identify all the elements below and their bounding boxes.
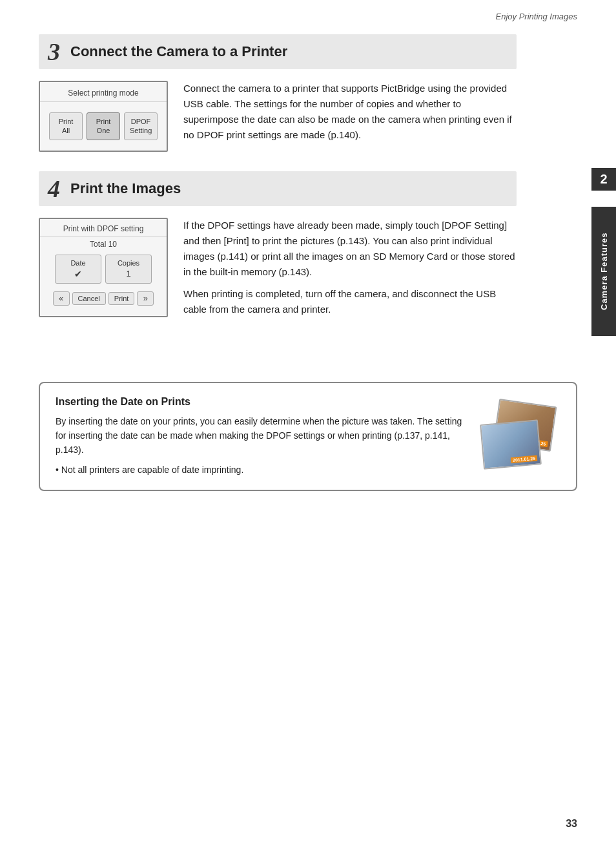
step3-header: 3 Connect the Camera to a Printer: [39, 34, 517, 69]
step4-camera-screen: Print with DPOF setting Total 10 Date ✔ …: [39, 218, 168, 317]
dpof-screen-header: Print with DPOF setting: [40, 219, 167, 236]
step4-header: 4 Print the Images: [39, 171, 517, 206]
step4-number: 4: [48, 176, 60, 201]
print-all-button[interactable]: Print All: [49, 112, 83, 140]
dpof-footer: « Cancel Print »: [40, 289, 167, 311]
copies-value: 1: [112, 269, 145, 278]
photo-date-2: 2011.01.25: [511, 455, 538, 463]
date-cell: Date ✔: [55, 255, 101, 284]
step3-camera-screen: Select printing mode Print All Print One…: [39, 81, 168, 152]
step3-title: Connect the Camera to a Printer: [70, 43, 287, 60]
main-content: 3 Connect the Camera to a Printer Select…: [0, 21, 568, 356]
print-button[interactable]: Print: [108, 292, 135, 305]
dpof-grid: Date ✔ Copies 1: [40, 252, 167, 289]
cancel-button[interactable]: Cancel: [72, 292, 106, 305]
nav-next[interactable]: »: [137, 291, 154, 306]
chapter-tab: Camera Features: [591, 207, 616, 336]
nav-prev[interactable]: «: [53, 291, 70, 306]
step4-title: Print the Images: [70, 180, 181, 197]
step4-text: If the DPOF settings have already been m…: [183, 218, 517, 317]
chapter-number: 2: [591, 168, 616, 191]
step3-content: Select printing mode Print All Print One…: [39, 81, 517, 152]
copies-cell: Copies 1: [105, 255, 152, 284]
date-label: Date: [62, 259, 94, 267]
info-box-content: Inserting the Date on Prints By insertin…: [56, 396, 464, 477]
date-value: ✔: [62, 269, 94, 279]
step3-number: 3: [48, 39, 60, 64]
info-box: Inserting the Date on Prints By insertin…: [39, 382, 577, 492]
dpof-total: Total 10: [40, 236, 167, 252]
step3-text: Connect the camera to a printer that sup…: [183, 81, 517, 152]
step4-text-p2: When printing is completed, turn off the…: [183, 286, 517, 317]
step4-text-p1: If the DPOF settings have already been m…: [183, 218, 517, 280]
info-box-title: Inserting the Date on Prints: [56, 396, 464, 408]
photo-stack: 2011.01.25 2011.01.25: [477, 403, 560, 474]
dpof-setting-button[interactable]: DPOF Setting: [124, 112, 158, 140]
page-header: Enjoy Printing Images: [0, 0, 616, 21]
screen-title: Select printing mode: [40, 82, 167, 102]
photo-card-2: 2011.01.25: [480, 419, 542, 470]
info-box-bullet: Not all printers are capable of date imp…: [56, 463, 464, 477]
info-box-text: By inserting the date on your prints, yo…: [56, 414, 464, 457]
copies-label: Copies: [112, 259, 145, 267]
step4-content: Print with DPOF setting Total 10 Date ✔ …: [39, 218, 517, 317]
page-number: 33: [566, 818, 577, 830]
screen-buttons: Print All Print One DPOF Setting: [40, 102, 167, 151]
print-one-button[interactable]: Print One: [87, 112, 120, 140]
